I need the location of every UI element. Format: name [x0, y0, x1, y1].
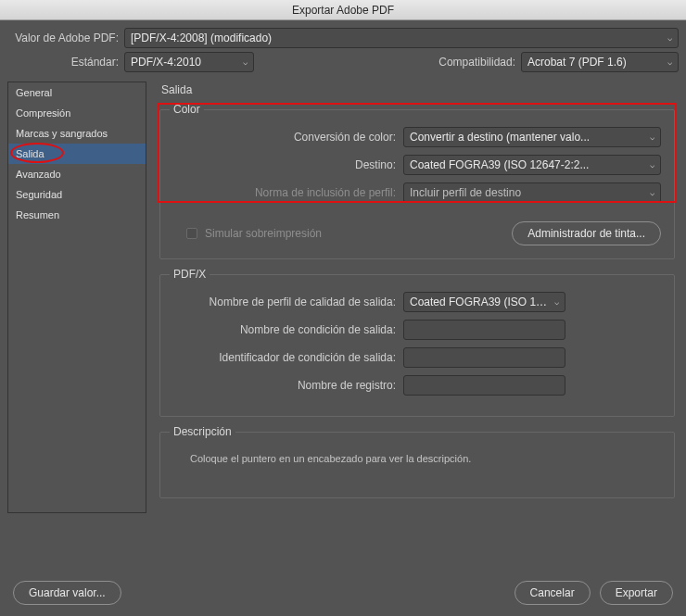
sidebar-item-general[interactable]: General — [8, 82, 146, 103]
sidebar-item-seguridad[interactable]: Seguridad — [8, 184, 146, 205]
compat-value: Acrobat 7 (PDF 1.6) — [527, 56, 627, 69]
sidebar-item-compresion[interactable]: Compresión — [8, 103, 146, 123]
compat-label: Compatibilidad: — [438, 56, 515, 69]
preset-dropdown[interactable]: [PDF/X-4:2008] (modificado) ⌵ — [124, 28, 679, 48]
sidebar-item-label: Salida — [16, 148, 44, 159]
simulate-overprint-label: Simular sobreimpresión — [205, 227, 322, 240]
sidebar-item-salida[interactable]: Salida — [8, 144, 146, 164]
condition-name-input[interactable] — [403, 320, 565, 340]
simulate-overprint-checkbox[interactable] — [186, 228, 197, 239]
profile-policy-value: Incluir perfil de destino — [410, 186, 646, 199]
chevron-down-icon: ⌵ — [243, 57, 248, 67]
chevron-down-icon: ⌵ — [667, 57, 672, 67]
dest-dropdown[interactable]: Coated FOGRA39 (ISO 12647-2:2... ⌵ — [403, 155, 661, 175]
legend-color: Color — [170, 103, 204, 116]
window-title: Exportar Adobe PDF — [0, 0, 686, 20]
sidebar: General Compresión Marcas y sangrados Sa… — [7, 82, 146, 513]
output-intent-label: Nombre de perfil de calidad de salida: — [173, 295, 396, 308]
conversion-label: Conversión de color: — [173, 131, 396, 144]
standard-label: Estándar: — [7, 56, 119, 69]
dest-value: Coated FOGRA39 (ISO 12647-2:2... — [410, 158, 646, 171]
registry-label: Nombre de registro: — [173, 379, 396, 392]
panel-title: Salida — [161, 83, 675, 96]
save-preset-button[interactable]: Guardar valor... — [13, 581, 121, 605]
conversion-dropdown[interactable]: Convertir a destino (mantener valo... ⌵ — [403, 127, 661, 147]
preset-label: Valor de Adobe PDF: — [7, 31, 119, 44]
description-help-text: Coloque el puntero en un encabezado para… — [173, 449, 661, 484]
output-intent-value: Coated FOGRA39 (ISO 126... — [410, 295, 551, 308]
chevron-down-icon: ⌵ — [650, 132, 654, 142]
chevron-down-icon: ⌵ — [650, 160, 654, 170]
condition-name-label: Nombre de condición de salida: — [173, 323, 396, 336]
output-intent-dropdown[interactable]: Coated FOGRA39 (ISO 126... ⌵ — [403, 292, 565, 312]
ink-manager-button[interactable]: Administrador de tinta... — [512, 221, 661, 245]
cancel-button[interactable]: Cancelar — [514, 581, 591, 605]
chevron-down-icon: ⌵ — [650, 188, 654, 197]
profile-policy-dropdown[interactable]: Incluir perfil de destino ⌵ — [403, 182, 661, 203]
sidebar-item-marcas[interactable]: Marcas y sangrados — [8, 123, 146, 144]
compat-dropdown[interactable]: Acrobat 7 (PDF 1.6) ⌵ — [521, 52, 679, 72]
sidebar-item-resumen[interactable]: Resumen — [8, 205, 146, 225]
dest-label: Destino: — [173, 158, 396, 171]
registry-input[interactable] — [403, 375, 565, 396]
chevron-down-icon: ⌵ — [667, 33, 672, 43]
export-button[interactable]: Exportar — [600, 581, 673, 605]
condition-id-label: Identificador de condición de salida: — [173, 351, 396, 364]
legend-pdfx: PDF/X — [170, 268, 210, 281]
fieldset-description: Descripción Coloque el puntero en un enc… — [159, 432, 675, 498]
fieldset-pdfx: PDF/X Nombre de perfil de calidad de sal… — [159, 274, 675, 417]
chevron-down-icon: ⌵ — [554, 297, 559, 307]
condition-id-input[interactable] — [403, 347, 565, 368]
preset-value: [PDF/X-4:2008] (modificado) — [131, 31, 272, 44]
conversion-value: Convertir a destino (mantener valo... — [410, 131, 646, 144]
legend-description: Descripción — [170, 425, 235, 438]
standard-value: PDF/X-4:2010 — [131, 56, 201, 69]
standard-dropdown[interactable]: PDF/X-4:2010 ⌵ — [124, 52, 254, 72]
fieldset-color: Color Conversión de color: Convertir a d… — [159, 109, 675, 259]
profile-policy-label: Norma de inclusión de perfil: — [173, 186, 396, 199]
sidebar-item-avanzado[interactable]: Avanzado — [8, 164, 146, 184]
